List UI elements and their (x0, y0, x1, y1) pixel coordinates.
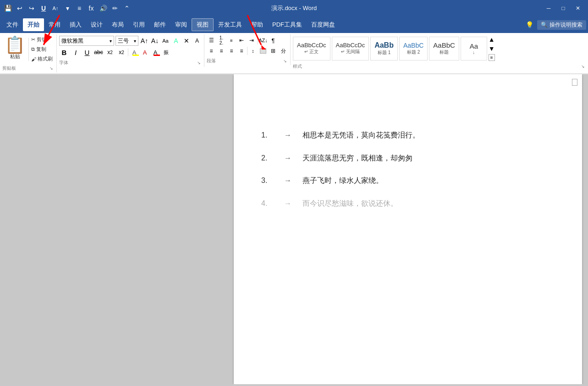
search-icon-menu: 🔍 (541, 22, 548, 28)
paste-button[interactable]: 📋 粘贴 (2, 36, 27, 63)
scroll-down-icon[interactable]: ▼ (489, 45, 495, 52)
italic-button[interactable]: I (71, 47, 81, 57)
undo-icon[interactable]: ↩ (16, 4, 24, 12)
list-multilevel-button[interactable]: ≡ (227, 36, 236, 45)
style-normal-preview: AaBbCcDc (297, 42, 326, 49)
font-size-increase-button[interactable]: A↑ (140, 36, 149, 45)
align-justify-button[interactable]: ≡ (237, 46, 246, 55)
menu-pdf[interactable]: PDF工具集 (268, 18, 307, 31)
style-heading1[interactable]: AaBb 标题 1 (370, 37, 398, 61)
minimize-button[interactable]: ─ (542, 3, 555, 13)
format-painter-button[interactable]: 🖌 格式刷 (30, 55, 54, 63)
list-number-button[interactable]: 1.2. (217, 36, 226, 45)
font-icon[interactable]: A↑ (51, 4, 60, 12)
paragraph-group-body: ☰ 1.2. ≡ ⇤ ⇥ AZ↓ ¶ ≡ ≡ ≡ ≡ (207, 36, 288, 57)
superscript-button[interactable]: x2 (116, 47, 126, 57)
style-title[interactable]: AaBbC 标题 (429, 37, 459, 61)
scroll-up-icon[interactable]: ▲ (489, 36, 495, 43)
more-styles-icon[interactable]: ≡ (489, 54, 495, 61)
clipboard-expand-icon[interactable]: ↘ (49, 66, 54, 71)
cut-button[interactable]: ✂ 剪切 (30, 36, 54, 44)
menu-mailings[interactable]: 邮件 (149, 18, 170, 31)
menu-developer[interactable]: 开发工具 (214, 18, 247, 31)
menu-references[interactable]: 引用 (128, 18, 149, 31)
style-heading2-label: 标题 2 (407, 49, 420, 55)
more-icon[interactable]: ✏ (111, 4, 119, 12)
style-more[interactable]: Aa ↓ (461, 37, 487, 61)
font-expand-icon[interactable]: ↘ (196, 60, 202, 66)
styles-group-body: AaBbCcDc ↵ 正文 AaBbCcDc ↵ 无间隔 AaBb 标题 1 (293, 36, 586, 62)
style-heading1-label: 标题 1 (378, 50, 390, 56)
text-effect-button[interactable]: A (140, 48, 149, 57)
menu-insert[interactable]: 插入 (65, 18, 86, 31)
style-title-label: 标题 (440, 49, 449, 55)
line-spacing-button[interactable]: ↕ (248, 46, 258, 55)
font-color-button[interactable]: A (151, 48, 160, 57)
chinese-layout-button[interactable]: 分 (279, 46, 288, 55)
copy-button[interactable]: ⧉ 复制 (30, 45, 54, 53)
paragraph-expand-icon[interactable]: ↘ (282, 58, 288, 64)
font-name-selector[interactable]: 微软雅黑 ▾ (59, 36, 114, 46)
document-list: 1. → 相思本是无凭语，莫向花笺费泪行。 2. → 天涯流落思无穷，既相逢，却… (261, 120, 555, 229)
font-case-button[interactable]: Aa (161, 36, 170, 45)
menu-file[interactable]: 文件 (2, 18, 23, 31)
ribbon: 📋 粘贴 ✂ 剪切 ⧉ 复制 🖌 (0, 33, 588, 74)
format-icon[interactable]: ≡ (75, 4, 83, 12)
align-left-button[interactable]: ≡ (207, 46, 216, 55)
redo-icon[interactable]: ↪ (27, 4, 36, 12)
strikethrough-button[interactable]: abc (93, 47, 104, 57)
maximize-button[interactable]: □ (557, 3, 570, 13)
indent-decrease-button[interactable]: ⇤ (237, 36, 246, 45)
style-heading1-preview: AaBb (374, 41, 394, 50)
menu-home[interactable]: 开始 (23, 18, 44, 31)
search-bar-menu[interactable]: 🔍 操作说明搜索 (537, 20, 586, 30)
align-center-button[interactable]: ≡ (217, 46, 226, 55)
style-no-spacing[interactable]: AaBbCcDc ↵ 无间隔 (332, 37, 369, 61)
list-content-4: 而今识尽愁滋味，欲说还休。 (302, 198, 555, 210)
list-number-1: 1. (261, 129, 284, 141)
formula-icon[interactable]: fx (87, 4, 95, 12)
style-heading2[interactable]: AaBbC 标题 2 (399, 37, 428, 61)
paragraph-group: ☰ 1.2. ≡ ⇤ ⇥ AZ↓ ¶ ≡ ≡ ≡ ≡ (204, 34, 291, 65)
close-button[interactable]: ✕ (572, 3, 584, 13)
caret-icon[interactable]: ▾ (63, 4, 71, 12)
border-button[interactable]: ⊞ (269, 46, 278, 55)
show-marks-button[interactable]: ¶ (269, 36, 278, 45)
document-page[interactable]: 1. → 相思本是无凭语，莫向花笺费泪行。 2. → 天涯流落思无穷，既相逢，却… (234, 74, 582, 384)
font-size-selector[interactable]: 三号 ▾ (115, 36, 138, 46)
expand-icon[interactable]: ⌃ (123, 4, 131, 12)
shading-button[interactable] (258, 46, 268, 55)
underline-icon[interactable]: U (39, 4, 48, 12)
clipboard-sub-buttons: ✂ 剪切 ⧉ 复制 🖌 格式刷 (30, 36, 54, 63)
menu-help[interactable]: 帮助 (247, 18, 268, 31)
font-color-btn[interactable]: A (171, 36, 181, 45)
clipboard-group: 📋 粘贴 ✂ 剪切 ⧉ 复制 🖌 (0, 34, 57, 72)
styles-expand-icon[interactable]: ↘ (580, 64, 586, 69)
phonetic-button[interactable]: 振 (161, 48, 170, 57)
save-icon[interactable]: 💾 (4, 4, 12, 12)
bold-button[interactable]: B (59, 47, 69, 57)
menu-common[interactable]: 常用 (44, 18, 65, 31)
style-heading2-preview: AaBbC (403, 42, 423, 49)
paragraph-group-footer: 段落 ↘ (207, 57, 288, 65)
indent-increase-button[interactable]: ⇥ (247, 36, 256, 45)
font-size-decrease-button[interactable]: A↓ (150, 36, 159, 45)
subscript-button[interactable]: x2 (105, 47, 115, 57)
style-normal[interactable]: AaBbCcDc ↵ 正文 (293, 37, 330, 61)
char-spacing-button[interactable]: A (192, 36, 202, 45)
underline-button[interactable]: U (82, 47, 92, 57)
menu-review[interactable]: 审阅 (170, 18, 192, 31)
clear-format-button[interactable]: ✕ (182, 36, 191, 45)
menu-baidu[interactable]: 百度网盘 (307, 18, 340, 31)
menu-bar: 文件 开始 常用 插入 设计 布局 引用 邮件 审阅 视图 开发工具 帮助 PD… (0, 17, 588, 33)
sort-button[interactable]: AZ↓ (258, 36, 268, 45)
styles-scroll-buttons[interactable]: ▲ ▼ ≡ (489, 36, 495, 61)
text-highlight-button[interactable]: A (130, 48, 139, 57)
style-no-spacing-label: ↵ 无间隔 (341, 49, 360, 55)
align-right-button[interactable]: ≡ (227, 46, 236, 55)
menu-layout[interactable]: 布局 (107, 18, 128, 31)
speak-icon[interactable]: 🔊 (99, 4, 107, 12)
menu-design[interactable]: 设计 (86, 18, 107, 31)
list-bullet-button[interactable]: ☰ (207, 36, 216, 45)
menu-view[interactable]: 视图 (192, 18, 214, 31)
